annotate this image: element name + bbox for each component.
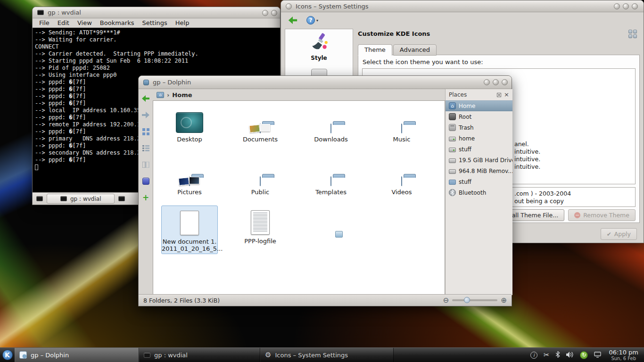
description-fragment: out being a copy	[514, 197, 571, 205]
add-button[interactable]: +	[141, 193, 150, 202]
terminal-icon	[60, 196, 67, 201]
maximize-button[interactable]	[623, 3, 629, 9]
update-notifier-icon[interactable]: ↻	[580, 351, 588, 359]
folder-item-videos[interactable]: Videos	[369, 156, 435, 196]
file-label-line: 2011_01_20_16_5...	[162, 245, 217, 252]
task-label: gp – Dolphin	[31, 352, 69, 359]
places-panel: Places × ⌂ Home Root Trash home stuff 19…	[445, 89, 512, 295]
forward-button[interactable]	[141, 110, 150, 120]
device-notifier-icon[interactable]	[594, 351, 601, 360]
icons-view-button[interactable]	[141, 127, 150, 136]
tab-theme[interactable]: Theme	[358, 44, 392, 56]
help-button[interactable]: ? ▾	[306, 16, 318, 25]
file-item-new-document[interactable]: New document 1. 2011_01_20_16_5...	[161, 206, 218, 254]
grid-square	[633, 34, 637, 38]
terminal-icon	[118, 196, 125, 201]
minimize-button[interactable]	[614, 3, 620, 9]
menu-bookmarks[interactable]: Bookmarks	[100, 19, 134, 26]
places-item-trash[interactable]: Trash	[446, 122, 512, 133]
places-item-stuff-partition[interactable]: stuff	[446, 144, 512, 155]
folder-item-music[interactable]: Music	[369, 104, 435, 143]
minimize-button[interactable]	[262, 10, 268, 16]
maximize-button[interactable]	[271, 10, 277, 16]
close-button[interactable]	[632, 3, 638, 9]
maximize-button[interactable]	[493, 79, 499, 85]
detach-panel-icon[interactable]	[497, 93, 501, 97]
close-panel-icon[interactable]: ×	[504, 92, 509, 98]
drive-icon	[449, 137, 456, 141]
taskbar-item-wvdial[interactable]: gp : wvdial	[139, 348, 260, 362]
zoom-control: ⊖ ⊕	[443, 297, 507, 304]
folder-item-desktop[interactable]: Desktop	[157, 104, 223, 143]
folder-item-public[interactable]: Public	[227, 156, 293, 196]
taskbar-item-dolphin[interactable]: gp – Dolphin	[15, 348, 139, 362]
minimize-button[interactable]	[484, 79, 490, 85]
info-icon[interactable]: i	[530, 352, 537, 359]
places-item-bluetooth[interactable]: Bluetooth	[446, 187, 512, 198]
dolphin-app-icon	[19, 351, 27, 359]
places-item-root[interactable]: Root	[446, 111, 512, 122]
taskbar-item-system-settings[interactable]: ⚙ Icons – System Settings	[260, 348, 394, 362]
columns-view-button[interactable]	[141, 160, 150, 169]
kmenu-button[interactable]: K	[0, 348, 15, 362]
konsole-titlebar[interactable]: gp : wvdial	[33, 7, 280, 18]
folder-item-documents[interactable]: Documents	[227, 104, 293, 143]
apply-button[interactable]: ✔ Apply	[601, 228, 637, 240]
remove-theme-label: Remove Theme	[583, 212, 629, 219]
dolphin-window-title: gp – Dolphin	[153, 79, 191, 86]
klipper-scissors-icon[interactable]: ✂	[544, 352, 550, 359]
back-button[interactable]	[287, 15, 299, 26]
check-icon: ✔	[607, 231, 611, 238]
folder-item-templates[interactable]: Templates	[298, 156, 364, 196]
zoom-in-icon[interactable]: ⊕	[501, 297, 507, 304]
bluetooth-tray-icon[interactable]	[555, 351, 560, 360]
root-icon	[449, 113, 456, 120]
dolphin-icon-view[interactable]: Desktop Documents Downloads Music Pictur…	[153, 100, 445, 295]
zoom-slider[interactable]	[452, 299, 497, 301]
clock-date: Sun, 6 Feb	[611, 356, 636, 362]
split-view-button[interactable]	[141, 176, 150, 186]
places-item-home-partition[interactable]: home	[446, 133, 512, 144]
system-settings-titlebar[interactable]: Icons – System Settings	[281, 0, 644, 12]
tab-wvdial[interactable]: gp : wvdial	[47, 194, 115, 204]
back-arrow-icon	[288, 16, 297, 24]
folder-item-pictures[interactable]: Pictures	[157, 156, 223, 196]
folder-icon	[260, 176, 261, 186]
tab-list-button[interactable]	[116, 194, 127, 204]
places-item-hard-drive[interactable]: 19.5 GiB Hard Drive	[446, 155, 512, 165]
zoom-slider-handle[interactable]	[464, 297, 470, 303]
menu-help[interactable]: Help	[175, 19, 190, 26]
menu-file[interactable]: File	[39, 19, 50, 26]
back-button[interactable]	[141, 94, 150, 103]
file-item-ppp-logfile[interactable]: PPP-logfile	[227, 206, 293, 245]
folder-label: Pictures	[157, 189, 223, 196]
details-view-button[interactable]	[141, 143, 150, 153]
menu-edit[interactable]: Edit	[58, 19, 69, 26]
breadcrumb-home[interactable]: Home	[172, 91, 192, 99]
zoom-out-icon[interactable]: ⊖	[443, 297, 449, 304]
folder-item-downloads[interactable]: Downloads	[298, 104, 364, 143]
remove-theme-button[interactable]: − Remove Theme	[568, 209, 636, 221]
list-item-fragment: anel.	[514, 140, 540, 148]
dolphin-titlebar[interactable]: gp – Dolphin	[139, 76, 512, 89]
sidebar-item-style[interactable]: Style	[285, 29, 353, 61]
apply-label: Apply	[614, 230, 631, 238]
new-tab-button[interactable]	[34, 194, 45, 204]
menu-settings[interactable]: Settings	[142, 19, 167, 26]
places-label: Home	[459, 103, 475, 109]
close-button[interactable]	[502, 79, 508, 85]
tab-advanced[interactable]: Advanced	[393, 44, 437, 56]
clock[interactable]: 06:10 pm Sun, 6 Feb	[607, 348, 644, 362]
places-item-removable[interactable]: 964.8 MiB Remov...	[446, 165, 512, 176]
window-menu-button[interactable]	[286, 3, 292, 9]
list-item-fragment: intuitive.	[514, 156, 540, 163]
gear-icon: ⚙	[265, 352, 271, 359]
system-settings-toolbar: ? ▾	[281, 13, 644, 28]
places-item-stuff-folder[interactable]: stuff	[446, 176, 512, 187]
menu-view[interactable]: View	[77, 19, 92, 26]
places-item-home[interactable]: ⌂ Home	[446, 100, 512, 111]
volume-icon[interactable]	[566, 351, 574, 360]
folder-label: Public	[227, 189, 293, 196]
folder-icon[interactable]: ⌂	[157, 92, 164, 98]
icon-view-mode-button[interactable]	[628, 30, 638, 39]
